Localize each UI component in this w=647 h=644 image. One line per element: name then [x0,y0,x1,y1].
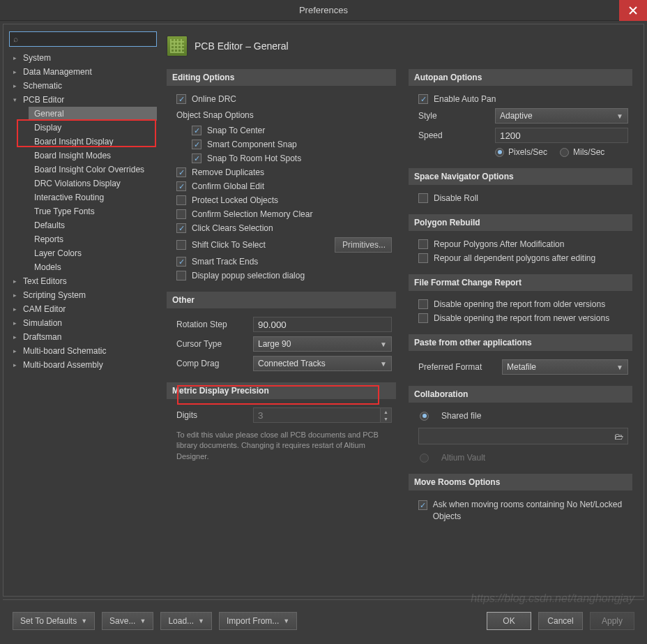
radio-mils-sec[interactable] [560,148,569,157]
cancel-button[interactable]: Cancel [538,612,583,630]
tree-item-data-management[interactable]: ▸Data Management [9,65,157,79]
lbl-rotation-step: Rotation Step [176,320,246,329]
tree-item-drc-violations-display[interactable]: DRC Violations Display [29,177,157,190]
lbl-disable-older-report: Disable opening the report from older ve… [434,299,605,309]
tree-item-true-type-fonts[interactable]: True Type Fonts [29,204,157,218]
chk-enable-auto-pan[interactable] [418,94,428,104]
chk-protect-locked[interactable] [176,195,186,205]
radio-shared-file[interactable] [420,412,429,421]
select-cursor-type[interactable]: Large 90▼ [253,336,392,352]
lbl-preferred-format: Preferred Format [418,362,495,372]
chk-remove-duplicates[interactable] [176,167,186,177]
page-icon [167,36,188,57]
chk-repour-dependent[interactable] [418,253,428,263]
input-shared-file-path[interactable]: 🗁 [418,428,628,444]
chevron-down-icon: ▼ [380,340,387,348]
set-to-defaults-button[interactable]: Set To Defaults▼ [13,612,95,630]
search-icon: ⌕ [13,34,18,44]
close-button[interactable] [619,0,647,21]
tree-item-draftsman[interactable]: ▸Draftsman [9,330,157,344]
chevron-down-icon: ▼ [283,617,289,624]
preferences-tree[interactable]: ▸System ▸Data Management ▸Schematic ▾PCB… [9,51,157,590]
tree-item-multiboard-schematic[interactable]: ▸Multi-board Schematic [9,344,157,358]
tree-item-display[interactable]: Display [29,121,157,135]
section-autopan: Autopan Options [409,69,632,86]
lbl-online-drc: Online DRC [192,94,236,104]
lbl-repour-dependent: Repour all dependent polygons after edit… [434,253,595,263]
section-move-rooms: Move Rooms Options [409,474,632,491]
input-rotation-step[interactable] [253,317,392,332]
lbl-cursor-type: Cursor Type [176,339,246,349]
tree-item-multiboard-assembly[interactable]: ▸Multi-board Assembly [9,358,157,372]
chk-snap-center[interactable] [192,126,201,135]
chevron-down-icon: ▼ [616,364,623,371]
chk-smart-track-ends[interactable] [176,257,186,267]
tree-item-board-insight-modes[interactable]: Board Insight Modes [29,149,157,163]
tree-item-interactive-routing[interactable]: Interactive Routing [29,190,157,204]
metric-note: To edit this value please close all PCB … [176,427,392,462]
chevron-down-icon: ▼ [81,617,87,624]
section-metric-precision: Metric Display Precision [167,382,396,399]
lbl-click-clears-selection: Click Clears Selection [192,223,273,233]
lbl-autopan-style: Style [418,111,488,121]
lbl-smart-track-ends: Smart Track Ends [192,257,258,267]
chk-online-drc[interactable] [176,94,186,104]
load-button[interactable]: Load...▼ [160,612,212,630]
chk-disable-newer-report[interactable] [418,313,428,323]
lbl-digits: Digits [176,410,246,420]
tree-item-cam-editor[interactable]: ▸CAM Editor [9,302,157,316]
radio-altium-vault[interactable] [420,454,429,463]
apply-button[interactable]: Apply [590,612,634,630]
lbl-smart-component-snap: Smart Component Snap [207,140,297,149]
chevron-down-icon: ▼ [198,617,204,624]
select-autopan-style[interactable]: Adaptive▼ [495,108,628,123]
chevron-down-icon: ▼ [616,112,623,120]
chk-snap-room-hotspots[interactable] [192,153,201,163]
tree-item-pcb-editor[interactable]: ▾PCB Editor [9,93,157,107]
save-button[interactable]: Save...▼ [102,612,153,630]
search-input[interactable] [9,31,157,47]
search-wrap: ⌕ [9,30,157,51]
tree-item-board-insight-color-overrides[interactable]: Board Insight Color Overrides [29,163,157,177]
lbl-autopan-speed: Speed [418,130,488,140]
chk-click-clears-selection[interactable] [176,223,186,233]
chk-popup-selection-dialog[interactable] [176,271,186,280]
lbl-disable-roll: Disable Roll [434,193,478,203]
titlebar: Preferences [0,0,647,21]
tree-item-schematic[interactable]: ▸Schematic [9,79,157,93]
tree-item-simulation[interactable]: ▸Simulation [9,316,157,330]
input-autopan-speed[interactable] [495,128,628,143]
lbl-repour-after-mod: Repour Polygons After Modification [434,239,564,249]
close-icon [628,6,638,15]
tree-item-models[interactable]: Models [29,260,157,274]
primitives-button[interactable]: Primitives... [335,237,392,253]
chk-disable-roll[interactable] [418,193,428,203]
section-collaboration: Collaboration [409,386,632,403]
chk-ask-moving-rooms[interactable] [418,500,427,510]
select-preferred-format[interactable]: Metafile▼ [502,359,628,375]
chk-disable-older-report[interactable] [418,299,428,309]
tree-item-scripting-system[interactable]: ▸Scripting System [9,288,157,302]
tree-item-board-insight-display[interactable]: Board Insight Display [29,135,157,149]
lbl-popup-selection-dialog: Display popup selection dialog [192,271,305,280]
tree-item-reports[interactable]: Reports [29,232,157,246]
tree-item-text-editors[interactable]: ▸Text Editors [9,274,157,288]
ok-button[interactable]: OK [487,612,531,630]
import-from-button[interactable]: Import From...▼ [219,612,297,630]
chk-confirm-global-edit[interactable] [176,181,186,191]
chk-shift-click-select[interactable] [176,240,186,250]
lbl-remove-duplicates: Remove Duplicates [192,167,264,177]
chk-confirm-sel-memory[interactable] [176,209,186,219]
select-comp-drag[interactable]: Connected Tracks▼ [253,356,392,371]
browse-icon: 🗁 [614,431,623,442]
footer: Set To Defaults▼ Save...▼ Load...▼ Impor… [3,599,644,641]
lbl-disable-newer-report: Disable opening the report from newer ve… [434,313,609,323]
section-paste-applications: Paste from other applications [409,334,632,351]
chk-repour-after-mod[interactable] [418,239,428,249]
tree-item-system[interactable]: ▸System [9,51,157,65]
tree-item-layer-colors[interactable]: Layer Colors [29,246,157,260]
chk-smart-component-snap[interactable] [192,140,201,149]
radio-pixels-sec[interactable] [495,148,504,157]
tree-item-defaults[interactable]: Defaults [29,218,157,232]
tree-item-general[interactable]: General [29,107,157,121]
